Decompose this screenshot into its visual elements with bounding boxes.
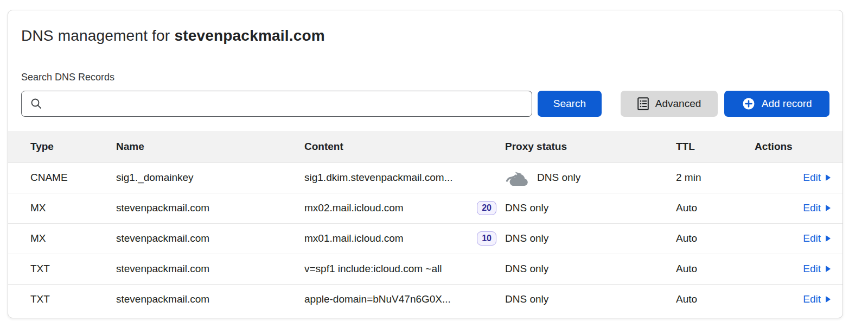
proxy-status: DNS only — [537, 172, 580, 184]
record-content: v=spf1 include:icloud.com ~all — [304, 263, 442, 275]
record-ttl: Auto — [676, 223, 755, 254]
dns-only-cloud-icon — [505, 169, 528, 186]
edit-button[interactable]: Edit — [803, 232, 831, 244]
search-label: Search DNS Records — [21, 72, 829, 83]
record-ttl: 2 min — [676, 162, 755, 193]
proxy-status: DNS only — [505, 202, 548, 214]
proxy-status: DNS only — [505, 232, 548, 244]
search-box[interactable] — [21, 91, 532, 117]
column-header-ttl: TTL — [676, 131, 755, 162]
table-header: Type Name Content Proxy status TTL Actio… — [8, 131, 843, 162]
record-name: stevenpackmail.com — [116, 284, 304, 315]
search-input[interactable] — [42, 91, 532, 116]
search-icon — [30, 98, 42, 110]
add-record-button-label: Add record — [762, 98, 812, 110]
proxy-status: DNS only — [505, 263, 548, 275]
edit-button[interactable]: Edit — [803, 263, 831, 275]
record-name: stevenpackmail.com — [116, 254, 304, 284]
record-type: MX — [8, 193, 116, 223]
column-header-actions: Actions — [755, 131, 843, 162]
record-ttl: Auto — [676, 193, 755, 223]
edit-arrow-icon — [826, 174, 831, 181]
record-type: CNAME — [8, 162, 116, 193]
record-name: stevenpackmail.com — [116, 223, 304, 254]
record-type: MX — [8, 223, 116, 254]
edit-button[interactable]: Edit — [803, 202, 831, 214]
edit-arrow-icon — [826, 235, 831, 242]
record-name: sig1._domainkey — [116, 162, 304, 193]
dns-management-card: DNS management for stevenpackmail.com Se… — [8, 10, 843, 318]
page-title: DNS management for stevenpackmail.com — [21, 27, 829, 45]
edit-button[interactable]: Edit — [803, 172, 831, 184]
column-header-proxy-status: Proxy status — [505, 131, 676, 162]
domain-name: stevenpackmail.com — [174, 27, 325, 44]
add-record-button[interactable]: Add record — [724, 91, 829, 117]
column-header-name: Name — [116, 131, 304, 162]
advanced-button[interactable]: Advanced — [621, 91, 718, 117]
edit-button[interactable]: Edit — [803, 293, 831, 305]
search-controls: Search Advanced Add record — [21, 91, 829, 117]
record-ttl: Auto — [676, 284, 755, 315]
dns-record-row: TXT stevenpackmail.com v=spf1 include:ic… — [8, 254, 843, 284]
proxy-status: DNS only — [505, 293, 548, 305]
record-name: stevenpackmail.com — [116, 193, 304, 223]
edit-arrow-icon — [826, 266, 831, 272]
record-type: TXT — [8, 284, 116, 315]
advanced-list-icon — [637, 97, 649, 110]
record-content: apple-domain=bNuV47n6G0X... — [304, 293, 451, 305]
record-type: TXT — [8, 254, 116, 284]
record-content: mx02.mail.icloud.com — [304, 202, 404, 214]
record-content: mx01.mail.icloud.com — [304, 232, 404, 244]
edit-arrow-icon — [826, 296, 831, 303]
record-content: sig1.dkim.stevenpackmail.com... — [304, 172, 453, 184]
dns-record-row: TXT stevenpackmail.com apple-domain=bNuV… — [8, 284, 843, 315]
dns-record-row: MX stevenpackmail.com mx01.mail.icloud.c… — [8, 223, 843, 254]
search-button[interactable]: Search — [538, 91, 602, 117]
column-header-type: Type — [8, 131, 116, 162]
dns-record-row: CNAME sig1._domainkey sig1.dkim.stevenpa… — [8, 162, 843, 193]
column-header-content: Content — [304, 131, 505, 162]
dns-records-table: Type Name Content Proxy status TTL Actio… — [8, 131, 843, 315]
priority-badge: 20 — [477, 201, 496, 215]
plus-circle-icon — [742, 97, 755, 110]
dns-record-row: MX stevenpackmail.com mx02.mail.icloud.c… — [8, 193, 843, 223]
priority-badge: 10 — [477, 231, 496, 246]
page-title-prefix: DNS management for — [21, 27, 170, 44]
advanced-button-label: Advanced — [655, 98, 701, 110]
edit-arrow-icon — [826, 205, 831, 211]
record-ttl: Auto — [676, 254, 755, 284]
